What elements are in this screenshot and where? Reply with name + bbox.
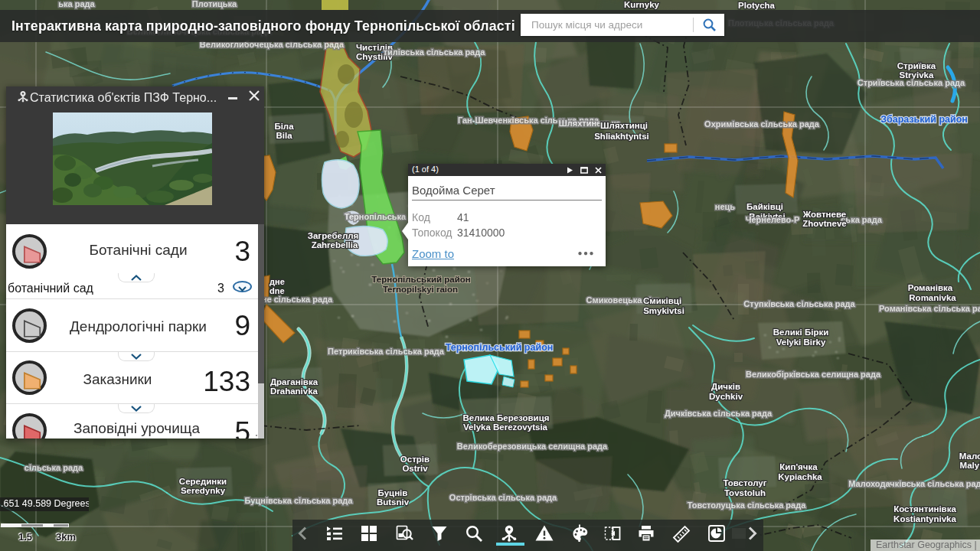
svg-text:Чернелево-Р: Чернелево-Р [746, 215, 800, 224]
svg-text:Bila: Bila [276, 131, 292, 140]
svg-text:нець: нець [715, 202, 736, 211]
svg-text:Острівська сільська рада: Острівська сільська рада [449, 493, 557, 502]
svg-text:сільська рада: сільська рада [24, 463, 83, 472]
svg-text:Романівка: Романівка [908, 283, 953, 292]
svg-text:тилівська сільська рада: тилівська сільська рада [384, 47, 486, 57]
svg-text:Zahrebellia: Zahrebellia [312, 240, 358, 249]
svg-text:ька рада: ька рада [58, 0, 95, 8]
svg-text:Біла: Біла [274, 122, 294, 131]
svg-text:Тернопільський район: Тернопільський район [446, 342, 554, 353]
svg-text:Загребелля: Загребелля [308, 231, 358, 240]
svg-text:Тернопільська: Тернопільська [345, 212, 407, 221]
svg-text:Костянтинівка: Костянтинівка [893, 504, 956, 514]
svg-text:Kypiachka: Kypiachka [778, 472, 822, 481]
svg-text:ська рада: ська рада [841, 215, 882, 224]
svg-text:Стриївська сільська рада: Стриївська сільська рада [858, 78, 965, 87]
svg-text:Shliakhtyntsi: Shliakhtyntsi [594, 132, 649, 141]
svg-text:Tovstoluh: Tovstoluh [724, 488, 766, 497]
svg-text:Romanivka: Romanivka [909, 293, 956, 302]
svg-text:Малоходачківська сільська рада: Малоходачківська сільська рада [848, 479, 980, 488]
svg-text:Malyi: Malyi [960, 461, 980, 470]
svg-text:Ternopilskyi raion: Ternopilskyi raion [383, 285, 458, 294]
svg-text:Буцнівська сільська рада: Буцнівська сільська рада [245, 496, 354, 505]
svg-text:Ступківська сільська рада: Ступківська сільська рада [743, 299, 855, 308]
svg-text:Збаразький район: Збаразький район [880, 114, 968, 125]
svg-text:Товстолуг: Товстолуг [723, 478, 766, 487]
svg-text:Петриківська сільська рада: Петриківська сільська рада [328, 347, 445, 356]
svg-text:Smykivtsi: Smykivtsi [643, 306, 684, 315]
svg-text:Буцнів: Буцнів [378, 488, 408, 497]
svg-text:Dychkiv: Dychkiv [709, 392, 743, 401]
svg-text:Тернопільський район: Тернопільський район [371, 275, 470, 284]
svg-text:Velyki Birky: Velyki Birky [776, 337, 826, 347]
svg-text:Butsniv: Butsniv [377, 497, 410, 507]
svg-text:Plotycha: Plotycha [738, 1, 776, 10]
svg-text:дне: дне [270, 277, 285, 286]
svg-text:Романівська сільська рада: Романівська сільська рада [879, 304, 980, 313]
svg-text:Великі Бірки: Великі Бірки [773, 328, 829, 337]
svg-text:Драганівка: Драганівка [270, 377, 318, 386]
svg-text:Жовтневе: Жовтневе [802, 210, 846, 219]
svg-text:Стриївка: Стриївка [897, 61, 936, 70]
svg-text:Острів: Острів [400, 455, 430, 464]
svg-text:Шляхтинці: Шляхтинці [600, 121, 648, 130]
svg-text:Велика Березовиця: Велика Березовиця [463, 413, 550, 422]
svg-text:Kostiantynivka: Kostiantynivka [893, 514, 956, 523]
svg-text:Байківці: Байківці [746, 202, 783, 211]
svg-text:Seredynky: Seredynky [181, 486, 226, 495]
svg-text:Kurnyky: Kurnyky [624, 0, 660, 9]
svg-text:Zhovtneve: Zhovtneve [802, 219, 847, 228]
svg-text:не сільська рада: не сільська рада [262, 295, 333, 304]
svg-text:Velyka Berezovytsia: Velyka Berezovytsia [463, 422, 548, 432]
svg-text:Дичків: Дичків [711, 382, 740, 391]
svg-text:Серединки: Серединки [179, 477, 227, 486]
svg-text:Ostriv: Ostriv [402, 464, 428, 473]
svg-text:Drahanivka: Drahanivka [270, 386, 318, 396]
svg-text:Товстолуцька сільська рада: Товстолуцька сільська рада [688, 500, 807, 510]
svg-text:Кип'ячка: Кип'ячка [779, 462, 818, 471]
svg-text:Охримівська сільська рада: Охримівська сільська рада [704, 119, 820, 129]
svg-text:Дичківська сільська рада: Дичківська сільська рада [665, 409, 773, 418]
svg-text:Великоберезовицька селищна рад: Великоберезовицька селищна рада [457, 442, 608, 451]
svg-text:Великобірківська селищна рада: Великобірківська селищна рада [746, 370, 881, 379]
svg-text:Мало: Мало [959, 452, 980, 461]
svg-text:Плотицька: Плотицька [192, 0, 237, 8]
svg-text:Смиківці: Смиківці [643, 296, 681, 305]
